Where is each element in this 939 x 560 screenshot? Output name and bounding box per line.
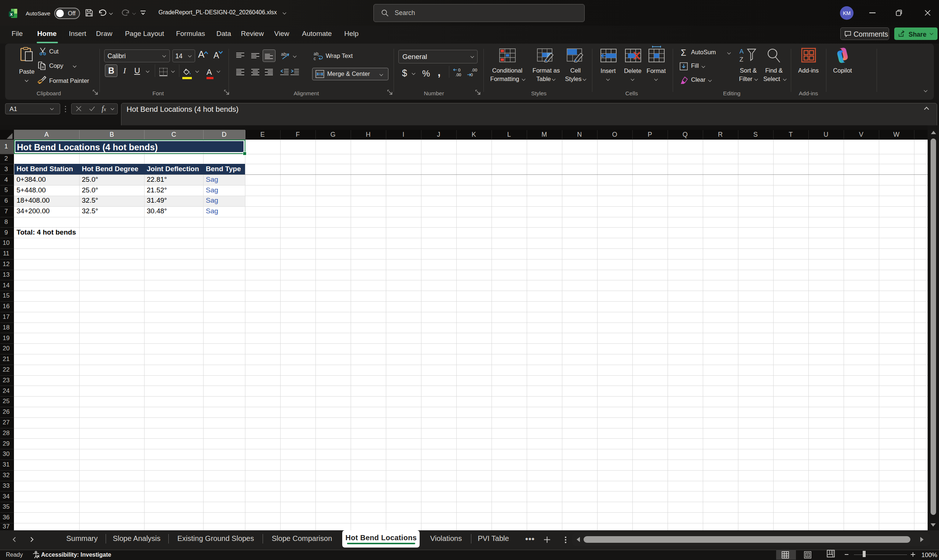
svg-text:ab: ab	[281, 51, 286, 57]
svg-text:.00: .00	[456, 72, 461, 77]
svg-text:0: 0	[458, 68, 460, 72]
svg-text:x: x	[10, 12, 13, 17]
svg-text:c: c	[314, 56, 316, 61]
svg-text:Z: Z	[740, 56, 743, 63]
svg-text:ab: ab	[314, 51, 319, 57]
svg-text:A: A	[740, 48, 744, 55]
svg-text:.00: .00	[471, 68, 477, 72]
